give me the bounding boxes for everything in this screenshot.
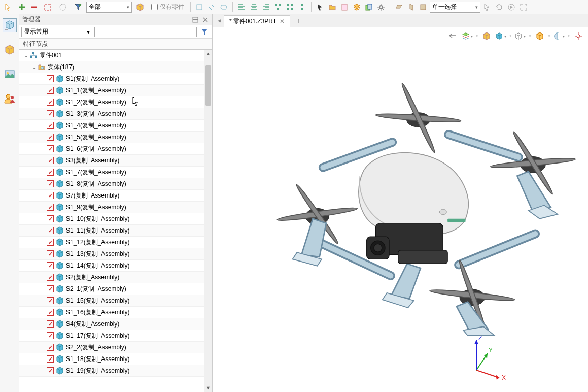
tree-item-checkbox[interactable] (47, 239, 54, 246)
view-layers-button[interactable] (462, 30, 473, 42)
tab-add-button[interactable]: + (293, 17, 303, 25)
tree-item-checkbox[interactable] (47, 192, 54, 199)
part-tree-tab-icon[interactable] (3, 18, 17, 32)
tree-item-checkbox[interactable] (47, 75, 54, 82)
tree-row[interactable]: S1_16(复制_Assembly) (19, 307, 212, 318)
tab-close-icon[interactable]: ✕ (280, 18, 285, 25)
tree-scrollbar[interactable]: ▲ ▼ (204, 50, 212, 392)
plane-xz-button[interactable] (418, 2, 429, 13)
expander-icon[interactable]: ⌄ (22, 53, 29, 58)
filter-scope-dropdown[interactable]: 全部 ▾ (86, 2, 132, 13)
tree-item-checkbox[interactable] (47, 250, 54, 257)
tree-search-input[interactable] (94, 27, 197, 37)
align-dist-button[interactable] (272, 2, 284, 13)
tree-row[interactable]: S1_14(复制_Assembly) (19, 260, 212, 272)
tree-row[interactable]: S1_2(复制_Assembly) (19, 96, 212, 108)
plane-yz-button[interactable] (405, 2, 417, 13)
tree-row[interactable]: S1_13(复制_Assembly) (19, 248, 212, 260)
play-button[interactable] (506, 2, 517, 13)
tab-scroll-left-button[interactable]: ◄ (215, 15, 224, 27)
images-tab-icon[interactable] (3, 67, 17, 81)
tree-item-checkbox[interactable] (47, 262, 54, 269)
parts-only-checkbox[interactable]: 仅有零件 (151, 3, 184, 11)
assembly-tab-icon[interactable] (3, 43, 17, 57)
scroll-thumb[interactable] (205, 65, 211, 106)
tree-row[interactable]: S1_5(复制_Assembly) (19, 132, 212, 143)
tree-item-checkbox[interactable] (47, 122, 54, 129)
refresh-button[interactable] (494, 2, 505, 13)
tree-row[interactable]: S1_4(复制_Assembly) (19, 120, 212, 132)
shaded-yellow-button[interactable] (481, 30, 492, 42)
tree-header-feature[interactable]: 特征节点 (19, 39, 166, 49)
shaded-blue-button[interactable] (495, 30, 506, 42)
align-grid-button[interactable] (285, 2, 296, 13)
iso-view-button[interactable] (534, 30, 545, 42)
tree-row[interactable]: S1_11(复制_Assembly) (19, 225, 212, 237)
users-tab-icon[interactable] (3, 91, 17, 106)
tree-row[interactable]: S2(复制_Assembly) (19, 272, 212, 283)
tree-item-checkbox[interactable] (47, 332, 54, 339)
3d-viewport[interactable]: • • • • • (213, 27, 588, 392)
tree-row[interactable]: S1_6(复制_Assembly) (19, 143, 212, 155)
origin-view-button[interactable] (573, 30, 584, 42)
align-v-button[interactable] (297, 2, 308, 13)
tree-item-checkbox[interactable] (47, 344, 54, 351)
align-left-button[interactable] (236, 2, 247, 13)
tree-row[interactable]: S1_3(复制_Assembly) (19, 108, 212, 120)
tree-item-checkbox[interactable] (47, 367, 54, 374)
plane-xy-button[interactable] (393, 2, 404, 13)
cursor-tool-button[interactable] (1, 2, 15, 13)
tree-item-checkbox[interactable] (47, 145, 54, 152)
tree-row[interactable]: S3(复制_Assembly) (19, 155, 212, 167)
tree-item-checkbox[interactable] (47, 274, 54, 281)
add-button[interactable] (16, 2, 27, 13)
selection-mode-dropdown[interactable]: 单一选择 ▾ (430, 2, 480, 13)
remove-button[interactable] (28, 2, 40, 13)
tree-item-checkbox[interactable] (47, 87, 54, 94)
tree-row[interactable]: S2_1(复制_Assembly) (19, 283, 212, 295)
tree-item-checkbox[interactable] (47, 215, 54, 222)
part-box-button[interactable] (133, 2, 147, 13)
tree-item-checkbox[interactable] (47, 157, 54, 164)
filter-funnel-button[interactable] (71, 2, 85, 13)
tree-row[interactable]: S1_9(复制_Assembly) (19, 202, 212, 213)
tree-filter-button[interactable] (199, 27, 210, 37)
pick-button[interactable] (481, 2, 493, 13)
tree-row[interactable]: S1_17(复制_Assembly) (19, 330, 212, 342)
gear-button[interactable] (375, 2, 387, 13)
align-right-button[interactable] (260, 2, 271, 13)
view-front-button[interactable] (206, 2, 217, 13)
tree-row[interactable]: S7(复制_Assembly) (19, 190, 212, 202)
layers-button[interactable] (351, 2, 362, 13)
expander-icon[interactable]: ⌄ (30, 64, 38, 70)
tree-item-checkbox[interactable] (47, 134, 54, 141)
tree-row[interactable]: S1_19(复制_Assembly) (19, 365, 212, 377)
tree-item-checkbox[interactable] (47, 297, 54, 304)
tree-row[interactable]: S1_12(复制_Assembly) (19, 237, 212, 248)
select-box-button[interactable] (41, 2, 55, 13)
tree-item-checkbox[interactable] (47, 204, 54, 211)
tree-row[interactable]: S1_10(复制_Assembly) (19, 213, 212, 225)
tree-row-root[interactable]: ⌄ 零件001 (19, 50, 212, 61)
tree-item-checkbox[interactable] (47, 99, 54, 106)
folder-button[interactable] (327, 2, 338, 13)
tree-header-empty[interactable] (166, 39, 212, 49)
tree-row[interactable]: S1_8(复制_Assembly) (19, 178, 212, 190)
parts-only-check[interactable] (151, 4, 158, 10)
section-view-button[interactable] (554, 30, 565, 42)
tree-item-checkbox[interactable] (47, 180, 54, 187)
dup-button[interactable] (363, 2, 374, 13)
tree-item-checkbox[interactable] (47, 320, 54, 328)
tree-row[interactable]: S1_7(复制_Assembly) (19, 167, 212, 178)
tree-row[interactable]: S1(复制_Assembly) (19, 73, 212, 85)
expand-button[interactable] (518, 2, 529, 13)
tree-row[interactable]: S1_15(复制_Assembly) (19, 295, 212, 307)
minimize-icon[interactable] (192, 16, 199, 23)
pointer-button[interactable] (315, 2, 326, 13)
tree-item-checkbox[interactable] (47, 309, 54, 316)
tree-item-checkbox[interactable] (47, 169, 54, 176)
scroll-up-button[interactable]: ▲ (204, 50, 212, 58)
tree-row[interactable]: S1_1(复制_Assembly) (19, 85, 212, 96)
scroll-down-button[interactable]: ▼ (204, 384, 212, 392)
tree-row-entity[interactable]: ⌄ 实体(187) (19, 61, 212, 73)
